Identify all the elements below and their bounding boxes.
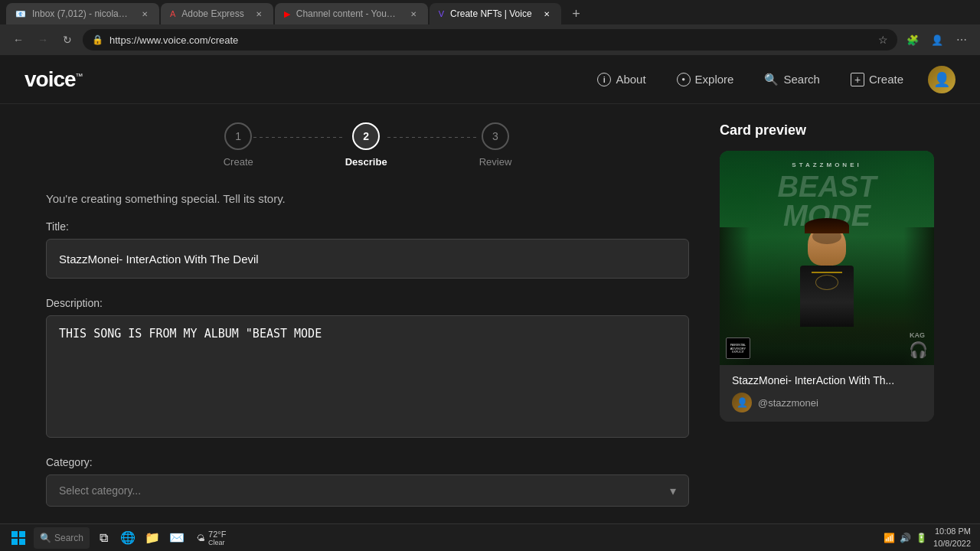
create-link[interactable]: + Create xyxy=(838,67,916,93)
description-textarea[interactable]: THIS SONG IS FROM MY ALBUM "BEAST MODE xyxy=(46,315,689,438)
address-bar[interactable]: 🔒 https://www.voice.com/create ☆ xyxy=(83,29,897,51)
edge-icon[interactable]: 🌐 xyxy=(117,527,139,549)
time-display[interactable]: 10:08 PM 10/8/2022 xyxy=(933,526,971,549)
explorer-icon[interactable]: 📁 xyxy=(142,527,163,549)
tab-voice[interactable]: V Create NFTs | Voice ✕ xyxy=(430,3,561,24)
svg-rect-3 xyxy=(19,539,25,545)
volume-icon[interactable]: 🔊 xyxy=(900,533,911,543)
taskbar-search[interactable]: 🔍 Search xyxy=(34,527,90,549)
tab-youtube[interactable]: ▶ Channel content - YouTube Stud... ✕ xyxy=(275,3,428,24)
task-view-button[interactable]: ⧉ xyxy=(93,527,114,549)
system-tray: 📶 🔊 🔋 xyxy=(884,533,927,543)
close-tab-adobe[interactable]: ✕ xyxy=(253,8,264,19)
tab-adobe[interactable]: A Adobe Express ✕ xyxy=(161,3,273,24)
tab-gmail[interactable]: 📧 Inbox (7,012) - nicolasdearborn... ✕ xyxy=(6,3,159,24)
about-link[interactable]: i About xyxy=(585,67,658,93)
stepper: 1 Create 2 Describe 3 Review xyxy=(46,122,689,168)
back-button[interactable]: ← xyxy=(9,31,28,49)
description-group: Description: THIS SONG IS FROM MY ALBUM … xyxy=(46,297,689,438)
explore-icon: ● xyxy=(677,73,691,86)
forward-button[interactable]: → xyxy=(34,31,52,49)
character-figure xyxy=(800,224,854,327)
svg-rect-1 xyxy=(19,531,25,537)
nft-card-author: 👤 @stazzmonei xyxy=(732,393,922,412)
battery-icon: 🔋 xyxy=(916,533,927,543)
network-icon[interactable]: 📶 xyxy=(884,533,895,543)
svg-rect-2 xyxy=(11,539,18,545)
step-3: 3 Review xyxy=(479,122,512,168)
close-tab-gmail[interactable]: ✕ xyxy=(139,8,150,19)
start-button[interactable] xyxy=(6,527,31,549)
temperature: 72°F xyxy=(208,530,226,539)
step-line-1 xyxy=(253,137,345,138)
current-time: 10:08 PM xyxy=(933,526,971,537)
taskbar: 🔍 Search ⧉ 🌐 📁 ✉️ 🌤 72°F Clear 📶 🔊 🔋 10:… xyxy=(0,523,980,551)
nft-card-name: StazzMonei- InterAction With Th... xyxy=(732,374,922,386)
bookmark-star-icon[interactable]: ☆ xyxy=(878,34,888,46)
explore-link[interactable]: ● Explore xyxy=(665,67,746,93)
step-2-label: Describe xyxy=(345,156,387,168)
profile-icon[interactable]: 👤 xyxy=(928,31,946,49)
author-avatar: 👤 xyxy=(732,393,752,412)
title-group: Title: xyxy=(46,220,689,279)
browser-toolbar: ← → ↻ 🔒 https://www.voice.com/create ☆ 🧩… xyxy=(0,24,980,55)
title-label: Title: xyxy=(46,220,689,233)
address-bar-icons: ☆ xyxy=(878,34,888,46)
search-link[interactable]: 🔍 Search xyxy=(752,67,832,93)
stazzmoney-text: STAZZMONEI xyxy=(720,161,934,168)
step-1-circle: 1 xyxy=(224,122,252,150)
taskbar-right: 📶 🔊 🔋 10:08 PM 10/8/2022 xyxy=(884,526,974,549)
weather-icon: 🌤 xyxy=(197,533,205,543)
navbar: voice™ i About ● Explore 🔍 Search + Crea… xyxy=(0,55,980,104)
close-tab-voice[interactable]: ✕ xyxy=(541,8,552,19)
nft-card: STAZZMONEI BEASTMODE xyxy=(720,151,934,422)
card-preview-title: Card preview xyxy=(720,122,934,139)
menu-icon[interactable]: ⋯ xyxy=(952,31,971,49)
extensions-icon[interactable]: 🧩 xyxy=(903,31,922,49)
taskbar-search-icon: 🔍 xyxy=(40,533,51,543)
form-subtitle: You're creating something special. Tell … xyxy=(46,192,689,205)
advisory-badge: PARENTAL ADVISORY EXPLICIT xyxy=(726,337,750,359)
step-3-circle: 3 xyxy=(482,122,509,150)
weather-widget: 🌤 72°F Clear xyxy=(191,530,232,546)
category-placeholder: Select category... xyxy=(59,484,141,497)
page: voice™ i About ● Explore 🔍 Search + Crea… xyxy=(0,55,980,523)
search-label: Search xyxy=(783,73,820,86)
current-date: 10/8/2022 xyxy=(933,538,971,549)
card-preview-section: Card preview STAZZMONEI BEASTMODE xyxy=(720,122,934,523)
url-display: https://www.voice.com/create xyxy=(109,34,866,46)
form-section: 1 Create 2 Describe 3 Review xyxy=(46,122,689,523)
title-input[interactable] xyxy=(46,239,689,279)
step-2: 2 Describe xyxy=(345,122,387,168)
explore-label: Explore xyxy=(695,73,734,86)
browser-chrome: 📧 Inbox (7,012) - nicolasdearborn... ✕ A… xyxy=(0,0,980,55)
step-1-label: Create xyxy=(224,156,253,168)
search-icon: 🔍 xyxy=(764,73,779,86)
step-1: 1 Create xyxy=(224,122,253,168)
new-tab-button[interactable]: + xyxy=(566,3,587,24)
create-label: Create xyxy=(869,73,903,86)
logo: voice™ xyxy=(24,67,83,92)
kag-label: KAG xyxy=(910,331,925,339)
browser-tabs: 📧 Inbox (7,012) - nicolasdearborn... ✕ A… xyxy=(0,0,980,24)
nft-card-info: StazzMonei- InterAction With Th... 👤 @st… xyxy=(720,365,934,422)
nft-card-image: STAZZMONEI BEASTMODE xyxy=(720,151,934,365)
create-icon: + xyxy=(851,73,864,86)
about-label: About xyxy=(616,73,645,86)
category-label: Category: xyxy=(46,456,689,468)
category-dropdown[interactable]: Select category... ▾ xyxy=(46,474,689,507)
about-icon: i xyxy=(597,73,611,86)
close-tab-youtube[interactable]: ✕ xyxy=(408,8,419,19)
album-art: STAZZMONEI BEASTMODE xyxy=(720,151,934,365)
step-line-2 xyxy=(387,137,479,138)
svg-rect-0 xyxy=(11,531,18,537)
mail-icon[interactable]: ✉️ xyxy=(166,527,188,549)
reload-button[interactable]: ↻ xyxy=(58,31,77,49)
main-content: 1 Create 2 Describe 3 Review xyxy=(0,104,980,523)
weather-description: Clear xyxy=(208,539,226,546)
author-handle: @stazzmonei xyxy=(758,397,818,409)
nav-links: i About ● Explore 🔍 Search + Create 👤 xyxy=(585,66,956,93)
chevron-down-icon: ▾ xyxy=(670,484,676,498)
user-avatar[interactable]: 👤 xyxy=(928,66,956,93)
category-group: Category: Select category... ▾ xyxy=(46,456,689,507)
